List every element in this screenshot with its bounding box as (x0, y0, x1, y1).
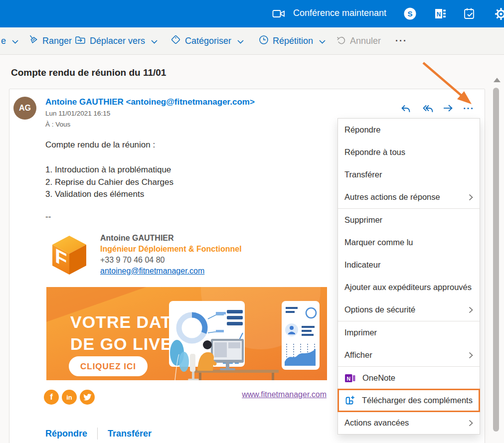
banner-line1: VOTRE DATE (70, 312, 183, 331)
onenote-icon[interactable]: N (434, 7, 447, 22)
quick-forward-button[interactable]: Transférer (108, 429, 152, 439)
menu-item-add-safe-senders[interactable]: Ajouter aux expéditeurs approuvés (338, 276, 480, 298)
chevron-right-icon (469, 306, 473, 313)
banner-cta-label: CLIQUEZ ICI (80, 362, 136, 371)
scrollbar-up-arrow[interactable] (494, 78, 501, 82)
signature-separator: -- (45, 212, 51, 222)
signature-role: Ingénieur Déploiement & Fonctionnel (100, 244, 242, 255)
menu-item-flag[interactable]: Indicateur (338, 254, 480, 276)
quick-reply-button[interactable]: Répondre (45, 429, 87, 439)
signature-phone: +33 9 70 46 04 80 (100, 255, 242, 266)
chevron-right-icon (469, 352, 473, 359)
todo-calendar-icon[interactable] (463, 7, 476, 22)
undo-icon (336, 35, 346, 47)
signature-name: Antoine GAUTHIER (100, 233, 242, 244)
addins-icon (344, 395, 355, 406)
clock-icon (259, 35, 269, 47)
menu-item-reply-all[interactable]: Répondre à tous (338, 141, 480, 163)
promo-banner[interactable]: VOTRE DATE DE GO LIVE ? CLIQUEZ ICI (46, 287, 327, 380)
ellipsis-icon: ··· (395, 36, 407, 46)
quick-actions: Répondre Transférer (45, 428, 152, 440)
linkedin-icon[interactable]: in (62, 390, 77, 405)
skype-icon[interactable]: S (403, 7, 417, 22)
toolbar-item-snooze[interactable]: Répétition (259, 27, 326, 54)
toolbar-sweep-label: Ranger (42, 36, 72, 46)
email-body-list-item: 3. Validation des éléments (45, 188, 173, 201)
toolbar-categorize-label: Catégoriser (185, 36, 231, 46)
chevron-right-icon (469, 420, 473, 427)
chevron-right-icon (469, 194, 473, 201)
chevron-down-icon (237, 36, 244, 46)
onenote-app-icon: N (344, 373, 356, 384)
facebook-icon[interactable]: f (44, 390, 59, 405)
tag-icon (170, 34, 181, 47)
toolbar-item-categorize[interactable]: Catégoriser (170, 27, 244, 54)
email-body-list-item: 2. Reprise du Cahier des Charges (45, 176, 173, 189)
reply-all-button[interactable] (422, 102, 435, 115)
email-body-intro: Compte rendu de la réunion : (45, 139, 155, 151)
chevron-down-icon (319, 36, 326, 46)
menu-item-onenote[interactable]: N OneNote (338, 367, 480, 389)
message-header-actions: ··· (9, 102, 485, 116)
menu-item-show[interactable]: Afficher (338, 344, 480, 366)
chevron-down-icon (151, 36, 158, 46)
twitter-icon[interactable] (80, 390, 95, 405)
more-actions-context-menu: Répondre Répondre à tous Transférer Autr… (337, 118, 480, 435)
suite-header: Conférence maintenant S N (0, 0, 504, 27)
menu-item-reply[interactable]: Répondre (338, 119, 480, 141)
menu-item-get-addins[interactable]: Télécharger des compléments (338, 389, 480, 412)
email-body-list-item: 1. Introduction à la problématique (45, 164, 173, 176)
toolbar-item-sweep[interactable]: Ranger (28, 27, 72, 54)
broom-icon (28, 34, 38, 47)
toolbar-item-truncated[interactable]: e (1, 27, 18, 54)
meet-now-button[interactable]: Conférence maintenant (293, 8, 386, 18)
signature-email-link[interactable]: antoineg@fitnetmanager.com (100, 267, 204, 275)
toolbar-undo-label: Annuler (350, 36, 381, 46)
fitnet-cube-logo: F (46, 232, 90, 276)
more-actions-button[interactable]: ··· (462, 102, 475, 115)
email-subject: Compte rendu de réunion du 11/01 (11, 67, 166, 78)
menu-item-mark-read[interactable]: Marquer comme lu (338, 231, 480, 254)
chevron-down-icon (12, 36, 18, 46)
website-link[interactable]: www.fitnetmanager.com (242, 390, 327, 399)
toolbar-more-button[interactable]: ··· (395, 27, 407, 54)
command-toolbar: e Ranger Déplacer vers (0, 27, 504, 55)
email-recipients: À : Vous (45, 121, 70, 128)
toolbar-snooze-label: Répétition (273, 36, 313, 46)
toolbar-item-undo: Annuler (336, 27, 381, 54)
menu-item-other-reply-actions[interactable]: Autres actions de réponse (338, 186, 480, 208)
svg-text:S: S (407, 9, 412, 18)
signature-block: Antoine GAUTHIER Ingénieur Déploiement &… (100, 233, 242, 277)
toolbar-move-label: Déplacer vers (90, 36, 145, 46)
divider (97, 428, 98, 440)
toolbar-truncated-label: e (1, 36, 6, 46)
email-body-list: 1. Introduction à la problématique 2. Re… (45, 164, 173, 201)
menu-item-forward[interactable]: Transférer (338, 163, 480, 186)
menu-item-advanced-actions[interactable]: Actions avancées (338, 412, 480, 434)
menu-item-print[interactable]: Imprimer (338, 321, 480, 344)
menu-item-security-options[interactable]: Options de sécurité (338, 298, 480, 321)
menu-item-delete[interactable]: Supprimer (338, 209, 480, 231)
toolbar-item-move-to[interactable]: Déplacer vers (75, 27, 158, 54)
svg-text:N: N (437, 11, 441, 18)
video-camera-icon[interactable] (272, 9, 285, 20)
svg-text:N: N (346, 375, 350, 381)
scrollbar-thumb[interactable] (493, 88, 499, 432)
settings-gear-icon[interactable] (494, 7, 504, 23)
folder-move-icon (75, 35, 86, 47)
reply-button[interactable] (399, 102, 412, 115)
forward-button[interactable] (442, 102, 455, 115)
